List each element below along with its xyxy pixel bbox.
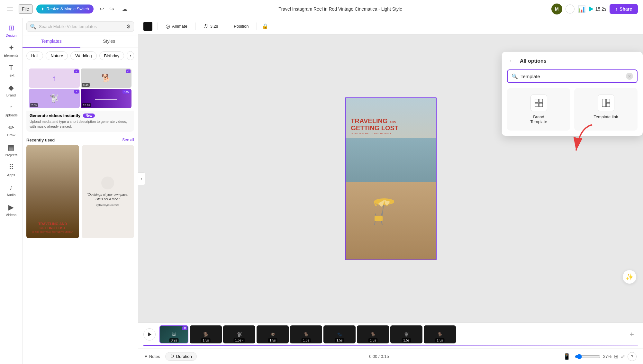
tab-styles[interactable]: Styles: [80, 35, 138, 48]
magic-switch-button[interactable]: ✦ Resize & Magic Switch: [36, 5, 94, 14]
option-template-link[interactable]: Template link: [574, 88, 638, 131]
analytics-icon[interactable]: 📊: [578, 5, 586, 13]
back-button[interactable]: ←: [507, 57, 517, 65]
duration-badge-1: 8.4s: [82, 83, 90, 87]
travel-text-overlay: TRAVELING AND GETTING LOST IS THE BEST W…: [351, 117, 430, 134]
color-swatch[interactable]: [143, 22, 152, 31]
animate-button[interactable]: ◎ Animate: [163, 22, 190, 31]
device-view-button[interactable]: 📱: [561, 351, 572, 362]
banner-cell-upload: ↑ ✓: [29, 68, 80, 88]
sidebar-item-projects[interactable]: ▤ Projects: [1, 140, 22, 160]
svg-line-5: [375, 214, 376, 216]
projects-icon: ▤: [8, 143, 14, 152]
timeline-clip-5[interactable]: 🐕 1.5s: [290, 325, 322, 343]
sidebar-item-uploads[interactable]: ↑ Uploads: [1, 100, 22, 120]
sidebar-item-elements[interactable]: ✦ Elements: [1, 41, 22, 60]
dropdown-search-input[interactable]: [521, 74, 623, 79]
zoom-control: 27%: [575, 354, 611, 359]
timeline-area: 🖼 3.2s ⊞ 🐕 1.5s: [138, 323, 643, 349]
template-card-2[interactable]: "Do things at your own pace. Life's not …: [82, 145, 134, 239]
see-all-button[interactable]: See all: [122, 138, 134, 142]
options-grid: BrandTemplate Template link: [507, 88, 638, 131]
clip2-label: 1.5s: [201, 338, 211, 342]
zoom-slider[interactable]: [575, 354, 601, 359]
tab-templates[interactable]: Templates: [23, 35, 80, 48]
canvas-container: ◎ Animate ⏱ 3.2s Position 🔒: [138, 18, 643, 364]
check-badge-2: ✓: [126, 69, 131, 73]
section-title: Recently used: [26, 138, 55, 142]
timeline-clip-1[interactable]: 🖼 3.2s ⊞: [159, 325, 188, 343]
panel-tabs: Templates Styles: [23, 35, 138, 48]
sidebar-item-text[interactable]: T Text: [1, 60, 22, 80]
add-collaborator-button[interactable]: +: [566, 5, 575, 14]
template-card-1[interactable]: TRAVELING AND GETTING LOST IS THE BEST W…: [26, 145, 79, 239]
sidebar-item-videos[interactable]: ▶ Videos: [1, 200, 22, 220]
toolbar-separator-4: [257, 23, 257, 30]
tags-scroll-right[interactable]: ›: [127, 51, 134, 60]
timeline-clip-6[interactable]: 🐾 1.5s: [323, 325, 356, 343]
help-button[interactable]: ?: [628, 352, 637, 361]
clear-search-button[interactable]: ×: [626, 73, 633, 80]
tag-birthday[interactable]: Birthday: [99, 51, 124, 60]
undo-redo-group: ↩ ↪: [97, 4, 116, 14]
add-clip-button[interactable]: +: [626, 325, 638, 343]
share-button[interactable]: ↑ Share: [610, 4, 638, 14]
play-button[interactable]: [143, 328, 156, 341]
position-button[interactable]: Position: [231, 23, 251, 30]
banner-cell-dog2: 🐩 ✓ 7.0s: [29, 89, 80, 108]
sidebar-item-brand[interactable]: ◆ Brand: [1, 80, 22, 100]
hide-panel-button[interactable]: ‹: [138, 172, 145, 185]
clip7-label: 1.5s: [368, 338, 378, 342]
uploads-icon: ↑: [9, 104, 13, 112]
expand-button[interactable]: ⤢: [621, 353, 625, 359]
duration-badge-3: 15.0s: [82, 103, 91, 107]
timeline-clip-4[interactable]: 🐶 1.5s: [257, 325, 289, 343]
card1-title: TRAVELING AND: [32, 222, 73, 226]
tagline-text: IS THE BEST WAY TO FIND YOURSELF: [351, 132, 430, 134]
timeline-scroll: 🖼 3.2s ⊞ 🐕 1.5s: [159, 325, 622, 343]
undo-button[interactable]: ↩: [97, 4, 106, 14]
timeline-clip-9[interactable]: 🐕 1.5s: [424, 325, 456, 343]
option-brand-template[interactable]: BrandTemplate: [507, 88, 570, 131]
sidebar-item-design[interactable]: ⊞ Design: [1, 21, 22, 41]
sidebar-item-audio[interactable]: ♪ Audio: [1, 180, 22, 200]
floating-magic-button[interactable]: ✨: [622, 270, 637, 284]
magic-sparkle-icon: ✨: [626, 273, 634, 281]
sidebar-item-apps[interactable]: ⠿ Apps: [1, 160, 22, 180]
save-cloud-button[interactable]: ☁: [120, 4, 130, 14]
preview-button[interactable]: 15.2s: [589, 6, 606, 12]
clip8-label: 1.5s: [402, 338, 411, 342]
brand-template-label: BrandTemplate: [530, 114, 547, 124]
tag-nature[interactable]: Nature: [46, 51, 68, 60]
duration-button[interactable]: ⏱ Duration: [165, 352, 197, 361]
redo-button[interactable]: ↪: [107, 4, 116, 14]
time-button[interactable]: ⏱ 3.2s: [201, 22, 221, 31]
timeline-clip-8[interactable]: 🐩 1.5s: [390, 325, 422, 343]
timeline-clip-2[interactable]: 🐕 1.5s: [190, 325, 222, 343]
tag-holi[interactable]: Holi: [26, 51, 43, 60]
banner-preview-grid: ↑ ✓ 🐕 ✓ 8.4s 🐩 ✓ 7.0s ▬▬▬▬▬▬▬ 15.0s 4.0s: [26, 66, 134, 111]
lock-button[interactable]: 🔒: [262, 23, 268, 29]
sidebar-item-draw[interactable]: ✏ Draw: [1, 120, 22, 140]
generate-videos-banner[interactable]: ↑ ✓ 🐕 ✓ 8.4s 🐩 ✓ 7.0s ▬▬▬▬▬▬▬ 15.0s 4.0s: [26, 66, 134, 132]
timeline-clip-7[interactable]: 🐕 1.5s: [357, 325, 389, 343]
clip1-label: 3.2s: [169, 338, 179, 342]
canvas-frame[interactable]: TRAVELING AND GETTING LOST IS THE BEST W…: [345, 97, 437, 260]
panel-search-area: 🔍 ⚙: [23, 18, 138, 35]
beach-scene: TRAVELING AND GETTING LOST IS THE BEST W…: [346, 98, 436, 259]
notes-button[interactable]: ♥ Notes: [145, 354, 160, 359]
clip1-number: ⊞: [182, 326, 187, 330]
dropdown-header: ← All options: [507, 57, 638, 65]
timeline-clip-3[interactable]: 🐩 1.5s -: [223, 325, 255, 343]
play-icon: [148, 332, 151, 336]
animate-icon: ◎: [166, 23, 170, 29]
grid-view-button[interactable]: ⊞: [614, 353, 618, 359]
clock-icon: ⏱: [203, 23, 208, 29]
card1-subtitle: GETTING LOST: [32, 226, 73, 230]
file-button[interactable]: File: [19, 5, 32, 14]
hamburger-button[interactable]: [5, 5, 15, 13]
search-input[interactable]: [39, 24, 123, 29]
tag-wedding[interactable]: Wedding: [70, 51, 96, 60]
filter-icon[interactable]: ⚙: [126, 23, 131, 30]
avatar[interactable]: M: [551, 4, 562, 14]
